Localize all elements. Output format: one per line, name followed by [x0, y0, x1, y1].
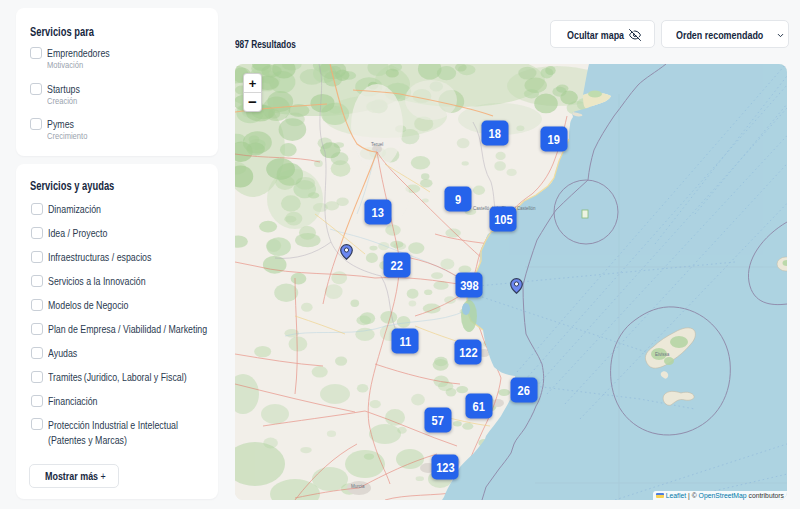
svg-text:Teruel: Teruel	[371, 142, 383, 147]
svg-text:Murcia: Murcia	[351, 484, 365, 489]
svg-text:Eivissa: Eivissa	[655, 352, 670, 357]
